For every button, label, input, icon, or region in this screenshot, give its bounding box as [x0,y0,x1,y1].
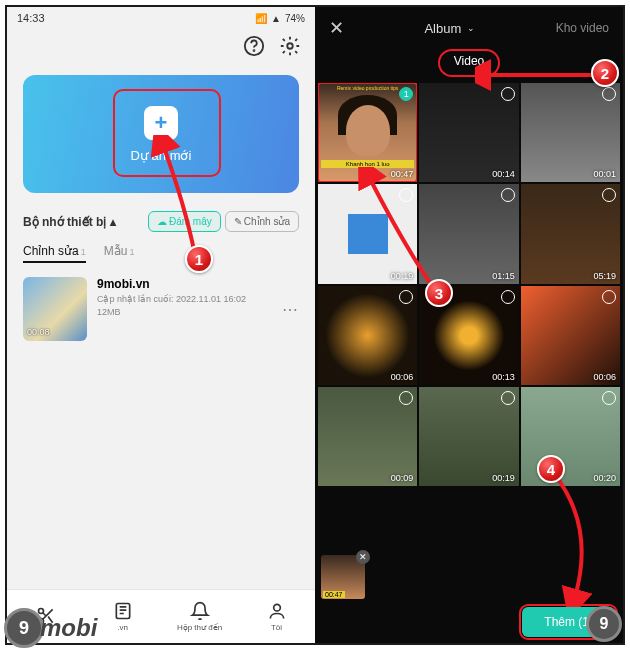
video-cell[interactable]: 05:19 [521,184,620,283]
project-item[interactable]: 00:08 9mobi.vn Cập nhật lần cuối: 2022.1… [7,267,315,351]
wifi-icon: 📶 [255,13,267,24]
svg-point-1 [254,50,255,51]
watermark: 9 [586,606,622,642]
project-updated: Cập nhật lần cuối: 2022.11.01 16:02 [97,294,272,304]
right-phone: ✕ Album⌄ Kho video Video Remix video pro… [315,7,623,643]
settings-icon[interactable] [279,35,301,61]
nav-profile[interactable]: Tôi [238,590,315,643]
tab-template[interactable]: Mẫu1 [104,244,135,263]
battery-text: 74% [285,13,305,24]
edit-button[interactable]: ✎ Chỉnh sửa [225,211,299,232]
album-dropdown[interactable]: Album⌄ [344,21,556,36]
annotation-badge-2: 2 [591,59,619,87]
storage-dropdown[interactable]: Bộ nhớ thiết bị ▴ [23,215,116,229]
annotation-badge-3: 3 [425,279,453,307]
watermark: 9 mobi [4,608,97,648]
svg-point-2 [287,43,293,49]
left-phone: 14:33 📶 ▲ 74% + Dự án mới Bộ nhớ thiết b… [7,7,315,643]
remove-icon[interactable]: ✕ [356,550,370,564]
nav-inbox[interactable]: Hộp thư đến [161,590,238,643]
video-cell[interactable]: 00:06 [521,286,620,385]
video-cell[interactable]: 00:06 [318,286,417,385]
project-duration: 00:08 [27,327,50,337]
selected-strip: ✕ 00:47 [321,555,365,599]
video-cell[interactable]: 00:09 [318,387,417,486]
video-cell[interactable]: 00:19 [419,387,518,486]
status-time: 14:33 [17,12,45,24]
status-bar: 14:33 📶 ▲ 74% [7,7,315,29]
help-icon[interactable] [243,35,265,61]
project-thumbnail: 00:08 [23,277,87,341]
video-library-tab[interactable]: Kho video [556,21,609,35]
annotation-badge-4: 4 [537,455,565,483]
more-icon[interactable]: ⋯ [282,300,299,319]
project-size: 12MB [97,307,272,317]
close-icon[interactable]: ✕ [329,17,344,39]
signal-icon: ▲ [271,13,281,24]
project-title: 9mobi.vn [97,277,272,291]
video-cell[interactable]: 00:01 [521,83,620,182]
selected-thumbnail[interactable]: ✕ 00:47 [321,555,365,599]
svg-point-6 [273,604,280,611]
annotation-badge-1: 1 [185,245,213,273]
tab-edit[interactable]: Chỉnh sửa1 [23,244,86,263]
